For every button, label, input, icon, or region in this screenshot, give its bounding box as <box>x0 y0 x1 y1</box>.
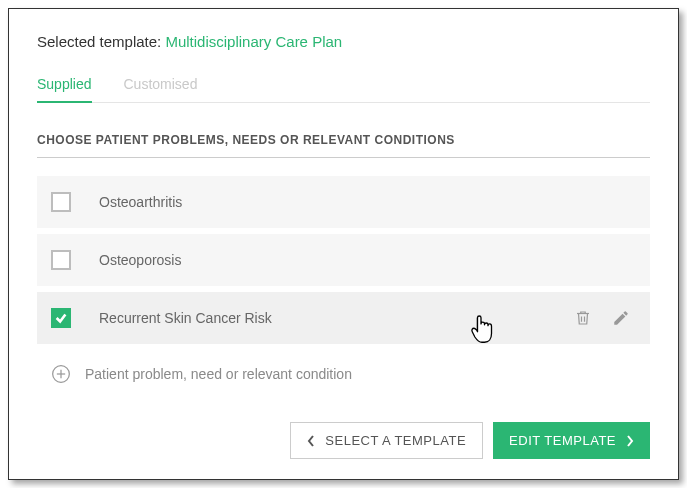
checkbox-unchecked[interactable] <box>51 250 71 270</box>
tab-bar: Supplied Customised <box>37 68 650 103</box>
selected-template-header: Selected template: Multidisciplinary Car… <box>37 33 650 50</box>
chevron-left-icon <box>307 435 315 447</box>
select-template-button[interactable]: SELECT A TEMPLATE <box>290 422 483 459</box>
tab-supplied[interactable]: Supplied <box>37 68 92 102</box>
problem-label: Osteoporosis <box>99 252 636 268</box>
problem-row-osteoarthritis[interactable]: Osteoarthritis <box>37 176 650 228</box>
chevron-right-icon <box>626 435 634 447</box>
edit-template-label: EDIT TEMPLATE <box>509 433 616 448</box>
selected-template-prefix: Selected template: <box>37 33 161 50</box>
problem-list: Osteoarthritis Osteoporosis Recurrent Sk… <box>37 176 650 394</box>
footer-actions: SELECT A TEMPLATE EDIT TEMPLATE <box>37 422 650 459</box>
checkbox-checked[interactable] <box>51 308 71 328</box>
edit-template-button[interactable]: EDIT TEMPLATE <box>493 422 650 459</box>
trash-icon[interactable] <box>574 309 592 327</box>
problem-label: Osteoarthritis <box>99 194 636 210</box>
section-title: CHOOSE PATIENT PROBLEMS, NEEDS OR RELEVA… <box>37 133 650 158</box>
pencil-icon[interactable] <box>612 309 630 327</box>
problem-row-skin-cancer[interactable]: Recurrent Skin Cancer Risk <box>37 292 650 344</box>
problem-row-osteoporosis[interactable]: Osteoporosis <box>37 234 650 286</box>
selected-template-name: Multidisciplinary Care Plan <box>165 33 342 50</box>
add-problem-label: Patient problem, need or relevant condit… <box>85 366 352 382</box>
add-problem-row[interactable]: Patient problem, need or relevant condit… <box>37 350 650 394</box>
plus-circle-icon <box>51 364 71 384</box>
problem-label: Recurrent Skin Cancer Risk <box>99 310 574 326</box>
row-actions <box>574 309 636 327</box>
checkbox-unchecked[interactable] <box>51 192 71 212</box>
select-template-label: SELECT A TEMPLATE <box>325 433 466 448</box>
tab-customised[interactable]: Customised <box>124 68 198 102</box>
template-panel: Selected template: Multidisciplinary Car… <box>8 8 679 480</box>
